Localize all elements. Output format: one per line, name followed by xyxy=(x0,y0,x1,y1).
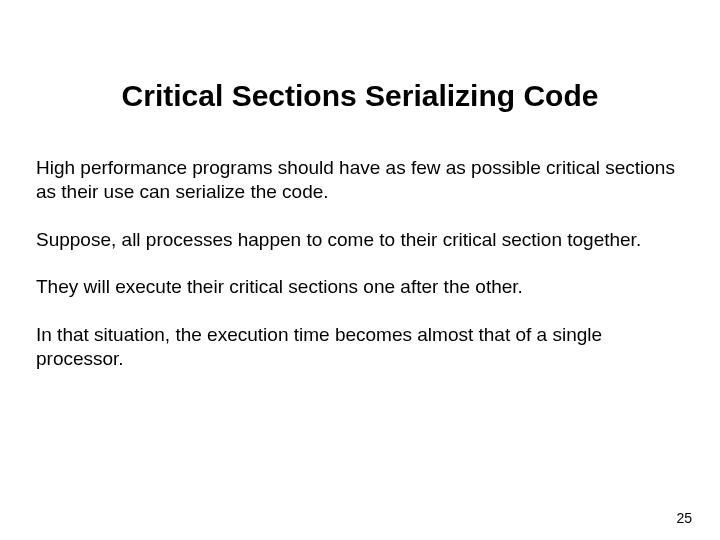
paragraph-2: Suppose, all processes happen to come to… xyxy=(36,228,684,252)
slide-container: Critical Sections Serializing Code High … xyxy=(0,0,720,540)
paragraph-1: High performance programs should have as… xyxy=(36,156,684,204)
slide-content: High performance programs should have as… xyxy=(0,114,720,371)
paragraph-3: They will execute their critical section… xyxy=(36,275,684,299)
paragraph-4: In that situation, the execution time be… xyxy=(36,323,684,371)
slide-title: Critical Sections Serializing Code xyxy=(0,0,720,114)
page-number: 25 xyxy=(676,510,692,526)
